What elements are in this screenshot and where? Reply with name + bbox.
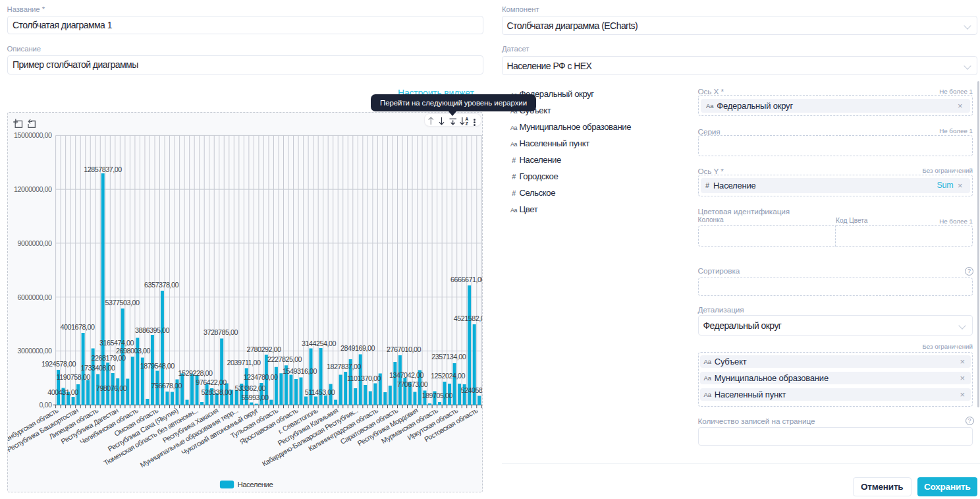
svg-text:756678,00: 756678,00 [151, 382, 182, 390]
svg-text:A: A [466, 117, 469, 121]
svg-text:2357134,00: 2357134,00 [431, 353, 466, 361]
svg-text:1529228,00: 1529228,00 [178, 369, 213, 377]
svg-text:3165474,00: 3165474,00 [99, 339, 134, 347]
svg-text:1879548,00: 1879548,00 [140, 362, 175, 370]
svg-text:Население: Население [238, 481, 273, 488]
svg-text:6000000,00: 6000000,00 [17, 293, 52, 301]
svg-text:976422,00: 976422,00 [196, 378, 227, 386]
svg-text:Z: Z [466, 121, 468, 126]
svg-text:4001678,00: 4001678,00 [60, 323, 95, 331]
svg-text:2039711,00: 2039711,00 [227, 359, 261, 367]
svg-text:1347042,00: 1347042,00 [389, 371, 424, 379]
svg-text:2780292,00: 2780292,00 [246, 345, 281, 353]
svg-text:1924578,00: 1924578,00 [41, 360, 76, 368]
svg-text:6357378,00: 6357378,00 [144, 281, 179, 289]
svg-text:400431,00: 400431,00 [47, 388, 78, 396]
svg-text:2849169,00: 2849169,00 [340, 344, 375, 352]
svg-text:3144254,00: 3144254,00 [302, 339, 337, 347]
svg-text:528338,00: 528338,00 [202, 388, 232, 396]
svg-text:1733408,00: 1733408,00 [81, 364, 116, 372]
svg-text:3886395,00: 3886395,00 [135, 326, 170, 334]
svg-text:6666671,00: 6666671,00 [450, 276, 483, 283]
svg-text:3000000,00: 3000000,00 [17, 347, 52, 355]
svg-text:15000000,00: 15000000,00 [14, 131, 52, 139]
svg-text:12000000,00: 12000000,00 [14, 185, 52, 193]
svg-text:4521582,0: 4521582,0 [454, 314, 483, 322]
svg-text:2227825,00: 2227825,00 [267, 355, 302, 363]
svg-text:1549316,00: 1549316,00 [283, 367, 317, 375]
svg-text:533362,00: 533362,00 [235, 384, 266, 392]
svg-text:1252024,00: 1252024,00 [431, 372, 466, 380]
svg-text:9000000,00: 9000000,00 [17, 239, 52, 247]
svg-text:3728785,00: 3728785,00 [204, 328, 238, 336]
svg-text:770673,00: 770673,00 [397, 380, 428, 388]
svg-text:2767010,00: 2767010,00 [387, 345, 422, 353]
svg-text:189705,00: 189705,00 [422, 392, 452, 399]
svg-text:2268179,00: 2268179,00 [91, 354, 126, 362]
svg-text:5377503,00: 5377503,00 [105, 299, 140, 307]
svg-text:1190758,00: 1190758,00 [57, 373, 91, 381]
svg-text:55993,00: 55993,00 [241, 394, 269, 401]
svg-text:1234780,00: 1234780,00 [244, 373, 279, 381]
svg-text:0,00: 0,00 [39, 401, 52, 409]
svg-text:524058: 524058 [460, 386, 483, 394]
svg-text:511453,00: 511453,00 [305, 388, 335, 396]
svg-text:798076,00: 798076,00 [96, 384, 127, 392]
svg-text:1827837,00: 1827837,00 [327, 363, 362, 370]
svg-text:1101370,00: 1101370,00 [347, 374, 381, 382]
svg-text:12857837,00: 12857837,00 [84, 165, 122, 173]
